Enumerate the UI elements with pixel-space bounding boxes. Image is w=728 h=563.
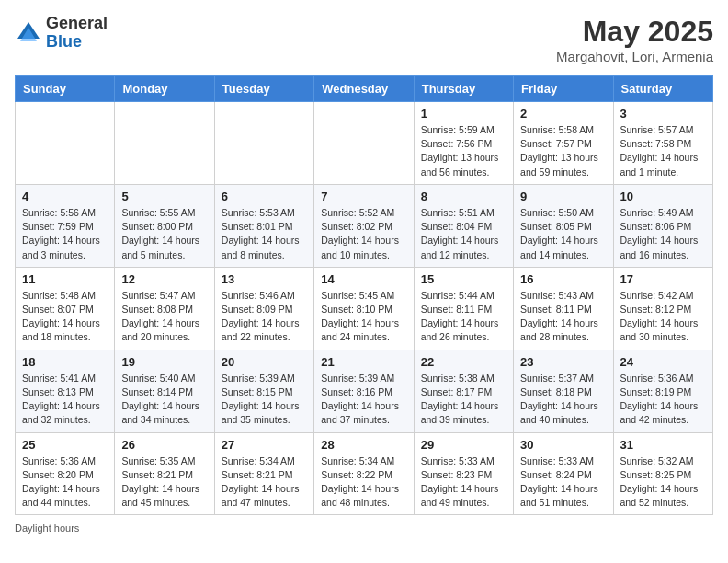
day-number: 27 [222, 438, 307, 452]
column-header-tuesday: Tuesday [214, 76, 313, 102]
day-info: Sunrise: 5:58 AM Sunset: 7:57 PM Dayligh… [520, 123, 606, 179]
day-number: 19 [121, 355, 207, 369]
calendar-cell: 10Sunrise: 5:49 AM Sunset: 8:06 PM Dayli… [613, 184, 712, 267]
calendar-cell: 13Sunrise: 5:46 AM Sunset: 8:09 PM Dayli… [214, 267, 313, 350]
day-info: Sunrise: 5:38 AM Sunset: 8:17 PM Dayligh… [421, 372, 506, 428]
calendar-cell: 29Sunrise: 5:33 AM Sunset: 8:23 PM Dayli… [414, 432, 513, 515]
calendar-header: SundayMondayTuesdayWednesdayThursdayFrid… [16, 76, 713, 102]
calendar-cell: 15Sunrise: 5:44 AM Sunset: 8:11 PM Dayli… [414, 267, 513, 350]
day-number: 15 [421, 272, 506, 286]
day-info: Sunrise: 5:33 AM Sunset: 8:24 PM Dayligh… [520, 454, 606, 511]
calendar-cell: 27Sunrise: 5:34 AM Sunset: 8:21 PM Dayli… [214, 432, 313, 515]
calendar-cell: 23Sunrise: 5:37 AM Sunset: 8:18 PM Dayli… [514, 350, 613, 432]
day-number: 26 [121, 438, 207, 452]
day-info: Sunrise: 5:56 AM Sunset: 7:59 PM Dayligh… [22, 206, 108, 262]
column-header-thursday: Thursday [414, 76, 513, 102]
calendar-cell: 9Sunrise: 5:50 AM Sunset: 8:05 PM Daylig… [514, 184, 613, 267]
calendar-cell: 21Sunrise: 5:39 AM Sunset: 8:16 PM Dayli… [314, 350, 414, 432]
day-number: 10 [620, 190, 706, 203]
column-header-monday: Monday [115, 76, 214, 102]
day-info: Sunrise: 5:57 AM Sunset: 7:58 PM Dayligh… [620, 123, 706, 179]
day-number: 18 [22, 355, 108, 369]
title-block: May 2025 Margahovit, Lori, Armenia [556, 15, 713, 64]
calendar-cell: 14Sunrise: 5:45 AM Sunset: 8:10 PM Dayli… [314, 267, 414, 350]
day-info: Sunrise: 5:51 AM Sunset: 8:04 PM Dayligh… [421, 206, 506, 262]
calendar-cell: 30Sunrise: 5:33 AM Sunset: 8:24 PM Dayli… [514, 432, 613, 515]
calendar-header-row: SundayMondayTuesdayWednesdayThursdayFrid… [16, 76, 713, 102]
day-number: 23 [520, 355, 606, 369]
calendar-cell: 7Sunrise: 5:52 AM Sunset: 8:02 PM Daylig… [314, 184, 414, 267]
day-number: 4 [22, 190, 108, 203]
calendar-cell: 3Sunrise: 5:57 AM Sunset: 7:58 PM Daylig… [613, 102, 712, 185]
day-number: 30 [520, 438, 606, 452]
calendar-cell: 28Sunrise: 5:34 AM Sunset: 8:22 PM Dayli… [314, 432, 414, 515]
day-info: Sunrise: 5:37 AM Sunset: 8:18 PM Dayligh… [520, 372, 606, 428]
day-info: Sunrise: 5:53 AM Sunset: 8:01 PM Dayligh… [222, 206, 307, 262]
calendar-cell [115, 102, 214, 185]
column-header-sunday: Sunday [16, 76, 115, 102]
day-info: Sunrise: 5:52 AM Sunset: 8:02 PM Dayligh… [321, 206, 406, 262]
calendar-cell: 1Sunrise: 5:59 AM Sunset: 7:56 PM Daylig… [414, 102, 513, 185]
day-number: 17 [620, 272, 706, 286]
day-info: Sunrise: 5:39 AM Sunset: 8:16 PM Dayligh… [321, 372, 406, 428]
calendar-cell: 12Sunrise: 5:47 AM Sunset: 8:08 PM Dayli… [115, 267, 214, 350]
footer-note: Daylight hours [15, 523, 713, 534]
day-info: Sunrise: 5:48 AM Sunset: 8:07 PM Dayligh… [22, 289, 108, 345]
calendar-cell: 18Sunrise: 5:41 AM Sunset: 8:13 PM Dayli… [16, 350, 115, 432]
day-info: Sunrise: 5:46 AM Sunset: 8:09 PM Dayligh… [222, 289, 307, 345]
day-info: Sunrise: 5:47 AM Sunset: 8:08 PM Dayligh… [121, 289, 207, 345]
day-number: 5 [121, 190, 207, 203]
calendar-cell [16, 102, 115, 185]
day-info: Sunrise: 5:59 AM Sunset: 7:56 PM Dayligh… [421, 123, 506, 179]
day-info: Sunrise: 5:39 AM Sunset: 8:15 PM Dayligh… [222, 372, 307, 428]
day-number: 22 [421, 355, 506, 369]
day-info: Sunrise: 5:34 AM Sunset: 8:22 PM Dayligh… [321, 454, 406, 511]
calendar-cell: 16Sunrise: 5:43 AM Sunset: 8:11 PM Dayli… [514, 267, 613, 350]
day-number: 13 [222, 272, 307, 286]
calendar-week-2: 4Sunrise: 5:56 AM Sunset: 7:59 PM Daylig… [16, 184, 713, 267]
day-info: Sunrise: 5:35 AM Sunset: 8:21 PM Dayligh… [121, 454, 207, 511]
day-info: Sunrise: 5:36 AM Sunset: 8:20 PM Dayligh… [22, 454, 108, 511]
calendar-title: May 2025 [556, 15, 713, 49]
day-info: Sunrise: 5:44 AM Sunset: 8:11 PM Dayligh… [421, 289, 506, 345]
calendar-cell: 6Sunrise: 5:53 AM Sunset: 8:01 PM Daylig… [214, 184, 313, 267]
column-header-wednesday: Wednesday [314, 76, 414, 102]
day-number: 9 [520, 190, 606, 203]
day-number: 29 [421, 438, 506, 452]
day-info: Sunrise: 5:41 AM Sunset: 8:13 PM Dayligh… [22, 372, 108, 428]
day-info: Sunrise: 5:43 AM Sunset: 8:11 PM Dayligh… [520, 289, 606, 345]
day-info: Sunrise: 5:50 AM Sunset: 8:05 PM Dayligh… [520, 206, 606, 262]
calendar-cell: 19Sunrise: 5:40 AM Sunset: 8:14 PM Dayli… [115, 350, 214, 432]
day-info: Sunrise: 5:55 AM Sunset: 8:00 PM Dayligh… [121, 206, 207, 262]
calendar-cell: 8Sunrise: 5:51 AM Sunset: 8:04 PM Daylig… [414, 184, 513, 267]
day-number: 6 [222, 190, 307, 203]
calendar-cell: 17Sunrise: 5:42 AM Sunset: 8:12 PM Dayli… [613, 267, 712, 350]
day-info: Sunrise: 5:40 AM Sunset: 8:14 PM Dayligh… [121, 372, 207, 428]
day-number: 7 [321, 190, 406, 203]
day-number: 8 [421, 190, 506, 203]
day-number: 28 [321, 438, 406, 452]
calendar-cell [214, 102, 313, 185]
calendar-week-1: 1Sunrise: 5:59 AM Sunset: 7:56 PM Daylig… [16, 102, 713, 185]
day-number: 14 [321, 272, 406, 286]
logo-icon [15, 19, 42, 47]
calendar-cell: 24Sunrise: 5:36 AM Sunset: 8:19 PM Dayli… [613, 350, 712, 432]
day-info: Sunrise: 5:36 AM Sunset: 8:19 PM Dayligh… [620, 372, 706, 428]
day-number: 16 [520, 272, 606, 286]
day-number: 25 [22, 438, 108, 452]
calendar-cell: 25Sunrise: 5:36 AM Sunset: 8:20 PM Dayli… [16, 432, 115, 515]
day-number: 11 [22, 272, 108, 286]
day-number: 20 [222, 355, 307, 369]
day-number: 3 [620, 107, 706, 121]
calendar-cell: 20Sunrise: 5:39 AM Sunset: 8:15 PM Dayli… [214, 350, 313, 432]
calendar-body: 1Sunrise: 5:59 AM Sunset: 7:56 PM Daylig… [16, 102, 713, 515]
day-info: Sunrise: 5:33 AM Sunset: 8:23 PM Dayligh… [421, 454, 506, 511]
calendar-week-5: 25Sunrise: 5:36 AM Sunset: 8:20 PM Dayli… [16, 432, 713, 515]
calendar-cell: 11Sunrise: 5:48 AM Sunset: 8:07 PM Dayli… [16, 267, 115, 350]
day-number: 2 [520, 107, 606, 121]
logo: General Blue [15, 15, 108, 52]
logo-general-text: General [46, 14, 108, 32]
day-number: 12 [121, 272, 207, 286]
day-info: Sunrise: 5:45 AM Sunset: 8:10 PM Dayligh… [321, 289, 406, 345]
calendar-week-4: 18Sunrise: 5:41 AM Sunset: 8:13 PM Dayli… [16, 350, 713, 432]
